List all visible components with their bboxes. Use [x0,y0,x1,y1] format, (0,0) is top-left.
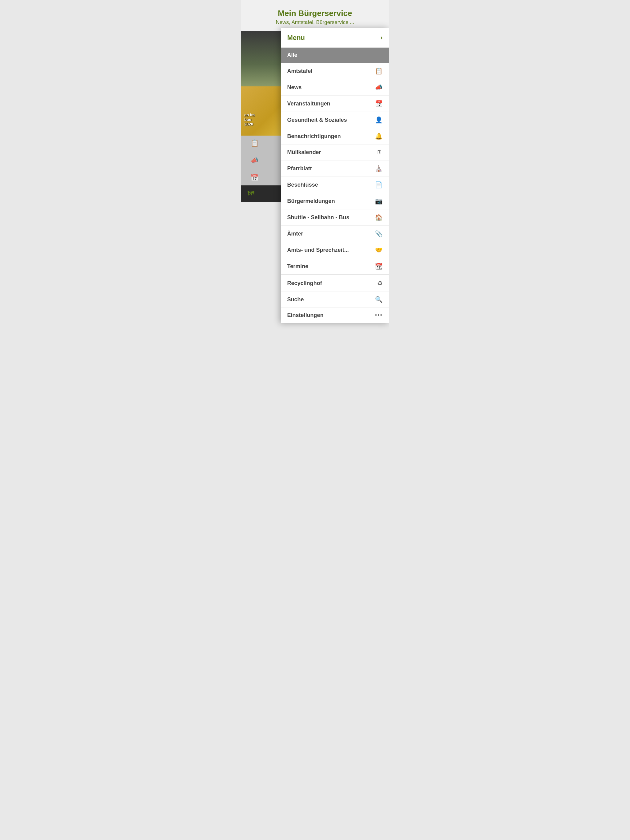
recycle-icon: ♻ [377,279,383,287]
menu-item-aemter[interactable]: Ämter 📎 [281,226,389,242]
menu-item-einstellungen-label: Einstellungen [287,312,324,319]
menu-item-aemter-label: Ämter [287,231,303,237]
menu-item-amtstafel-label: Amtstafel [287,68,313,74]
more-dots-icon: ••• [375,312,383,319]
menu-header[interactable]: Menu › [281,28,389,47]
menu-overlay: Menu › Alle Amtstafel 📋 News 📣 Veranstal… [281,28,389,323]
menu-item-pfarrblatt[interactable]: Pfarrblatt ⛪ [281,161,389,177]
person-icon: 👤 [375,116,383,123]
menu-item-veranstaltungen-label: Veranstaltungen [287,101,330,107]
clipboard-icon: 📋 [375,67,383,75]
garage-icon: 🏠 [375,214,383,221]
search-icon: 🔍 [375,296,383,303]
menu-item-news[interactable]: News 📣 [281,79,389,96]
bell-icon: 🔔 [375,133,383,140]
app-title: Mein Bürgerservice [247,9,383,18]
menu-item-muellkalender-label: Müllkalender [287,149,321,156]
appointment-icon: 📆 [375,262,383,270]
bg-text-overlay: en imbau2020 [244,112,255,126]
trash-calendar-icon: 🗓 [377,149,383,156]
menu-item-benachrichtigungen[interactable]: Benachrichtigungen 🔔 [281,128,389,145]
camera-icon: 📷 [375,197,383,205]
menu-item-termine[interactable]: Termine 📆 [281,258,389,275]
menu-item-termine-label: Termine [287,263,309,270]
menu-list: Alle Amtstafel 📋 News 📣 Veranstaltungen … [281,47,389,323]
menu-item-shuttle[interactable]: Shuttle - Seilbahn - Bus 🏠 [281,209,389,226]
menu-title: Menu [287,34,305,42]
menu-item-amtstafel[interactable]: Amtstafel 📋 [281,63,389,79]
app-subtitle: News, Amtstafel, Bürgerservice ... [247,19,383,25]
menu-item-suche[interactable]: Suche 🔍 [281,292,389,308]
menu-item-buergermeldungen[interactable]: Bürgermeldungen 📷 [281,193,389,209]
menu-item-news-label: News [287,84,302,91]
menu-item-muellkalender[interactable]: Müllkalender 🗓 [281,145,389,161]
map-tab-icon[interactable]: 🗺 [247,190,254,198]
menu-item-pfarrblatt-label: Pfarrblatt [287,166,312,172]
menu-item-alle-label: Alle [287,52,298,58]
menu-item-beschluesse-label: Beschlüsse [287,182,318,188]
menu-item-einstellungen[interactable]: Einstellungen ••• [281,308,389,323]
calendar-icon: 📅 [375,100,383,107]
menu-item-beschluesse[interactable]: Beschlüsse 📄 [281,177,389,193]
menu-item-recyclinghof[interactable]: Recyclinghof ♻ [281,275,389,292]
menu-item-veranstaltungen[interactable]: Veranstaltungen 📅 [281,96,389,112]
menu-chevron-icon: › [380,34,383,42]
church-icon: ⛪ [375,165,383,172]
menu-item-recyclinghof-label: Recyclinghof [287,280,322,287]
menu-item-alle[interactable]: Alle [281,47,389,63]
menu-item-amtssprechzeit-label: Amts- und Sprechzeit... [287,247,349,253]
menu-item-benachrichtigungen-label: Benachrichtigungen [287,133,341,140]
menu-item-shuttle-label: Shuttle - Seilbahn - Bus [287,214,350,221]
menu-item-amtssprechzeit[interactable]: Amts- und Sprechzeit... 🤝 [281,242,389,258]
menu-item-gesundheit-label: Gesundheit & Soziales [287,117,347,123]
menu-item-buergermeldungen-label: Bürgermeldungen [287,198,335,204]
paperclip-icon: 📎 [375,230,383,237]
megaphone-icon: 📣 [375,84,383,91]
handshake-icon: 🤝 [375,246,383,254]
document-icon: 📄 [375,181,383,188]
app-header: Mein Bürgerservice News, Amtstafel, Bürg… [241,0,389,31]
menu-item-gesundheit[interactable]: Gesundheit & Soziales 👤 [281,112,389,128]
menu-item-suche-label: Suche [287,297,304,303]
